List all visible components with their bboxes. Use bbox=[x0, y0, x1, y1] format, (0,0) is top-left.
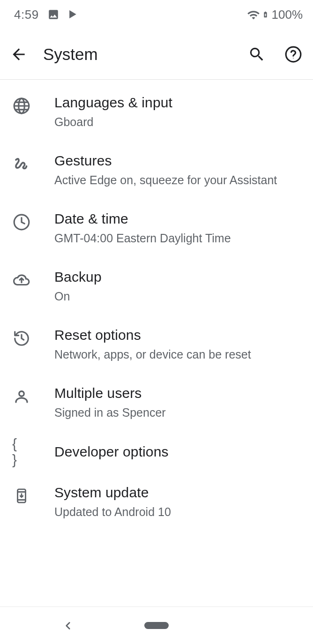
list-item-date-time[interactable]: Date & time GMT-04:00 Eastern Daylight T… bbox=[0, 199, 313, 257]
navigation-bar bbox=[0, 607, 313, 644]
photos-icon bbox=[47, 8, 60, 21]
list-item-system-update[interactable]: System update Updated to Android 10 bbox=[0, 472, 313, 531]
gesture-icon bbox=[12, 155, 31, 173]
help-button[interactable] bbox=[282, 43, 305, 66]
item-sub: Active Edge on, squeeze for your Assista… bbox=[54, 172, 300, 188]
svg-point-0 bbox=[286, 47, 301, 62]
page-title: System bbox=[43, 45, 231, 64]
item-title: Languages & input bbox=[54, 94, 300, 112]
search-icon bbox=[248, 45, 266, 63]
list-item-multiple-users[interactable]: Multiple users Signed in as Spencer bbox=[0, 373, 313, 431]
list-item-backup[interactable]: Backup On bbox=[0, 257, 313, 315]
person-icon bbox=[12, 387, 31, 406]
item-sub: Signed in as Spencer bbox=[54, 405, 300, 420]
globe-icon bbox=[12, 97, 31, 115]
nav-back-button[interactable] bbox=[61, 619, 75, 633]
item-sub: On bbox=[54, 289, 300, 304]
list-item-gestures[interactable]: Gestures Active Edge on, squeeze for you… bbox=[0, 141, 313, 199]
nav-pill[interactable] bbox=[144, 622, 169, 629]
item-title: Backup bbox=[54, 268, 300, 286]
item-title: System update bbox=[54, 484, 300, 502]
status-right: 100% bbox=[247, 7, 303, 22]
status-bar: 4:59 100% bbox=[0, 0, 313, 29]
play-store-icon bbox=[68, 8, 80, 21]
item-title: Developer options bbox=[54, 443, 300, 461]
battery-percent: 100% bbox=[272, 7, 303, 22]
back-button[interactable] bbox=[8, 44, 29, 65]
help-icon bbox=[284, 45, 302, 63]
item-title: Multiple users bbox=[54, 384, 300, 402]
arrow-back-icon bbox=[10, 45, 28, 63]
settings-list: Languages & input Gboard Gestures Active… bbox=[0, 80, 313, 607]
item-sub: Updated to Android 10 bbox=[54, 504, 300, 520]
clock-icon bbox=[12, 213, 31, 232]
item-title: Gestures bbox=[54, 152, 300, 170]
list-item-reset-options[interactable]: Reset options Network, apps, or device c… bbox=[0, 315, 313, 373]
item-sub: Network, apps, or device can be reset bbox=[54, 347, 300, 362]
list-item-languages-input[interactable]: Languages & input Gboard bbox=[0, 82, 313, 141]
status-time: 4:59 bbox=[14, 7, 39, 22]
search-button[interactable] bbox=[246, 43, 268, 66]
system-update-icon bbox=[12, 487, 31, 505]
chevron-left-icon bbox=[62, 620, 74, 632]
app-bar: System bbox=[0, 29, 313, 80]
item-sub: Gboard bbox=[54, 114, 300, 130]
svg-point-1 bbox=[293, 58, 294, 59]
braces-icon: { } bbox=[12, 442, 31, 461]
cloud-upload-icon bbox=[12, 271, 31, 290]
status-left: 4:59 bbox=[14, 7, 80, 22]
item-title: Date & time bbox=[54, 210, 300, 228]
wifi-icon bbox=[247, 8, 259, 21]
item-title: Reset options bbox=[54, 326, 300, 344]
restore-icon bbox=[12, 329, 31, 348]
battery-icon bbox=[262, 8, 269, 21]
list-item-developer-options[interactable]: { } Developer options bbox=[0, 431, 313, 472]
item-sub: GMT-04:00 Eastern Daylight Time bbox=[54, 231, 300, 246]
svg-point-5 bbox=[19, 391, 24, 397]
